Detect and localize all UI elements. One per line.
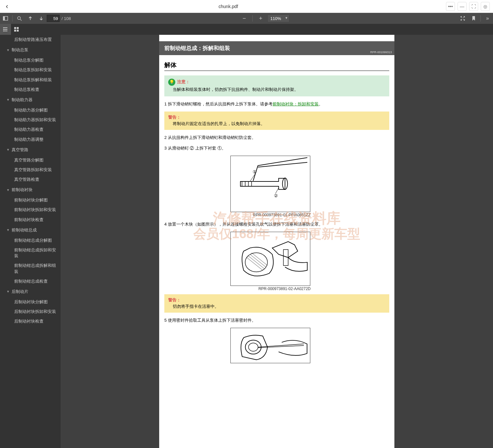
svg-rect-9	[14, 30, 16, 32]
outline-parent[interactable]: ▼真空管路	[0, 144, 61, 155]
titlebar: ‹ chunk.pdf ••• — ⛶ ◎	[0, 0, 493, 13]
warning-label: 警告：	[168, 115, 181, 120]
chevron-down-icon: ▼	[6, 188, 10, 192]
zoom-in-button[interactable]: +	[255, 13, 266, 24]
outline-parent[interactable]: ▼制动总泵	[0, 44, 61, 55]
presentation-button[interactable]	[457, 13, 468, 24]
outline-child[interactable]: 真空管路检查	[0, 175, 61, 184]
step-1-link[interactable]: 前制动衬块：拆卸和安装	[273, 102, 319, 106]
outline-child[interactable]: 制动总泵拆卸和安装	[0, 65, 61, 75]
page-total-label: / 108	[62, 16, 71, 21]
section-title: 解体	[164, 61, 389, 71]
thumbnails-tab[interactable]	[11, 24, 22, 35]
outline-child[interactable]: 制动助力器调整	[0, 135, 61, 144]
figure-1: ① ②	[230, 156, 310, 212]
outline-parent[interactable]: ▼后制动片	[0, 286, 61, 297]
figure-2	[230, 232, 310, 286]
doc-header: 前制动钳总成：拆解和组装 RPR-001099313	[159, 41, 394, 55]
main-area: 后制动管路液压布置▼制动总泵制动总泵分解图制动总泵拆卸和安装制动总泵拆解和组装制…	[0, 35, 493, 448]
outline-child[interactable]: 真空管路分解图	[0, 155, 61, 165]
window-title: chunk.pdf	[11, 4, 446, 9]
outline-child[interactable]: 真空管路拆卸和安装	[0, 165, 61, 175]
outline-label: 前制动钳总成	[12, 227, 37, 233]
figure-3-wrap	[230, 328, 311, 363]
note-label: 注意：	[177, 79, 190, 84]
more-button[interactable]: •••	[446, 2, 455, 11]
outline-child[interactable]: 制动总泵拆解和组装	[0, 75, 61, 85]
page-number-input[interactable]	[47, 15, 60, 22]
target-button[interactable]: ◎	[481, 2, 490, 11]
prev-page-button[interactable]	[25, 13, 36, 24]
outline-child[interactable]: 制动助力器拆卸和安装	[0, 115, 61, 125]
outline-child[interactable]: 制动助力器检查	[0, 125, 61, 134]
outline-child[interactable]: 后制动管路液压布置	[0, 35, 61, 44]
note-text: 当解体和组装泵体时，切勿拆下抗扭构件、制动片和制动片保持架。	[173, 86, 385, 93]
sidebar-toggle-button[interactable]	[0, 13, 11, 24]
outline-parent[interactable]: ▼前制动衬块	[0, 184, 61, 195]
pdf-viewer[interactable]: 前制动钳总成：拆解和组装 RPR-001099313 解体 💡 注意： 当解体和…	[61, 35, 493, 448]
svg-point-5	[3, 29, 4, 30]
outline-child[interactable]: 前制动钳总成分解图	[0, 236, 61, 245]
outline-parent[interactable]: ▼前制动钳总成	[0, 225, 61, 236]
circled-1: ①	[218, 146, 222, 151]
warning-text: 切勿将手指卡在活塞中。	[173, 303, 385, 310]
svg-point-6	[3, 31, 4, 32]
figure-2-wrap: RPR-000973891-02-AA0272D	[230, 232, 311, 291]
chevron-down-icon: ▼	[6, 228, 10, 232]
svg-rect-1	[3, 16, 5, 20]
title-actions: ••• — ⛶ ◎	[446, 2, 490, 11]
step-3: 3 从滑动销钉 ② 上拆下衬套 ①。	[164, 145, 389, 152]
outline-child[interactable]: 前制动衬块拆卸和安装	[0, 205, 61, 215]
outline-child[interactable]: 前制动衬块分解图	[0, 195, 61, 205]
pdf-toolbar: / 108 − + 110% »	[0, 13, 493, 24]
step-1: 1 拆下滑动销钉螺栓，然后从抗扭构件上拆下泵体。请参考前制动衬块：拆卸和安装。	[164, 101, 389, 108]
outline-child[interactable]: 后制动衬块检查	[0, 317, 61, 326]
chevron-down-icon: ▼	[6, 98, 10, 102]
outline-child[interactable]: 制动助力器分解图	[0, 105, 61, 115]
outline-parent[interactable]: ▼制动助力器	[0, 94, 61, 105]
svg-point-4	[3, 27, 4, 28]
outline-child[interactable]: 制动总泵检查	[0, 85, 61, 94]
step-4: 4 放置一个木块（如图所示），并从连接螺栓安装孔吹气以便拆下活塞和活塞防尘罩。	[164, 221, 389, 228]
minimize-button[interactable]: —	[458, 2, 467, 11]
tools-button[interactable]: »	[482, 13, 493, 24]
bookmark-button[interactable]	[468, 13, 479, 24]
figure-2-caption: RPR-000973891-02-AA0272D	[230, 287, 311, 291]
outline-tab[interactable]	[0, 24, 11, 35]
outline-child[interactable]: 前制动钳总成检查	[0, 277, 61, 286]
chevron-down-icon: ▼	[6, 48, 10, 52]
outline-label: 后制动片	[12, 289, 28, 295]
outline-child[interactable]: 前制动钳总成拆卸和安装	[0, 245, 61, 261]
svg-text:②: ②	[274, 193, 278, 198]
outline-label: 真空管路	[12, 147, 28, 153]
maximize-button[interactable]: ⛶	[469, 2, 478, 11]
warning-box-1: 警告： 将制动片固定在适当的扎带上，以免制动片掉落。	[164, 112, 389, 130]
next-page-button[interactable]	[36, 13, 47, 24]
svg-rect-7	[14, 27, 16, 29]
toolbar-center: − + 110%	[71, 13, 457, 24]
separator	[252, 15, 253, 22]
step-1-suffix: 。	[319, 102, 323, 106]
back-button[interactable]: ‹	[3, 2, 11, 11]
step-1-text: 1 拆下滑动销钉螺栓，然后从抗扭构件上拆下泵体。请参考	[164, 102, 273, 106]
outline-label: 制动助力器	[12, 97, 33, 103]
outline-child[interactable]: 前制动钳总成拆解和组装	[0, 261, 61, 276]
chevron-down-icon: ▼	[6, 148, 10, 151]
doc-header-title: 前制动钳总成：拆解和组装	[164, 45, 230, 51]
warning-box-2: 警告： 切勿将手指卡在活塞中。	[164, 294, 389, 313]
figure-1-wrap: ① ② RPR-000973891-01-PFIA0851ZZ	[230, 156, 311, 217]
outline-child[interactable]: 后制动衬块拆卸和安装	[0, 307, 61, 317]
outline-sidebar[interactable]: 后制动管路液压布置▼制动总泵制动总泵分解图制动总泵拆卸和安装制动总泵拆解和组装制…	[0, 35, 61, 448]
note-box: 💡 注意： 当解体和组装泵体时，切勿拆下抗扭构件、制动片和制动片保持架。	[164, 75, 389, 96]
warning-label: 警告：	[168, 297, 181, 302]
search-button[interactable]	[14, 13, 25, 24]
zoom-out-button[interactable]: −	[239, 13, 250, 24]
svg-line-3	[20, 19, 22, 21]
outline-child[interactable]: 制动总泵分解图	[0, 55, 61, 65]
zoom-select[interactable]: 110%	[267, 15, 289, 22]
outline-child[interactable]: 前制动衬块检查	[0, 215, 61, 225]
figure-1-caption: RPR-000973891-01-PFIA0851ZZ	[230, 213, 311, 217]
svg-rect-10	[17, 30, 19, 32]
separator	[12, 15, 13, 22]
outline-child[interactable]: 后制动衬块分解图	[0, 297, 61, 307]
